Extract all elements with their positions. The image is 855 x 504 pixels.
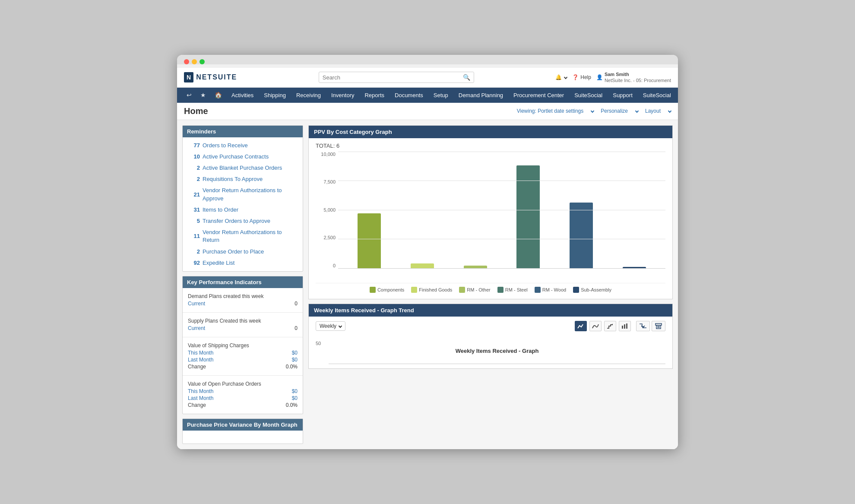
nav-home-icon[interactable]: 🏠	[210, 88, 226, 102]
step-chart-button[interactable]	[604, 321, 616, 331]
reminder-vra-approve[interactable]: Vendor Return Authorizations to Approve	[203, 187, 298, 202]
search-box[interactable]: 🔍	[319, 72, 474, 83]
browser-dots	[184, 59, 671, 64]
nav-documents[interactable]: Documents	[390, 88, 428, 103]
maximize-dot[interactable]	[200, 59, 205, 64]
kpi-shipping-lastmonth-label[interactable]: Last Month	[188, 357, 213, 363]
kpi-shipping-thismonth-label[interactable]: This Month	[188, 350, 213, 356]
kpi-po-thismonth-label[interactable]: This Month	[188, 388, 213, 394]
period-select[interactable]: Weekly	[316, 321, 345, 331]
svg-rect-1	[624, 324, 625, 329]
reminder-count: 2	[188, 248, 200, 256]
viewing-settings[interactable]: Viewing: Portlet date settings	[517, 108, 584, 114]
reminder-count: 31	[188, 206, 200, 214]
search-input[interactable]	[323, 74, 463, 81]
bar-chart-container: 0 2,500 5,000 7,500 10,000	[316, 152, 665, 281]
legend-rm-other: RM - Other	[459, 287, 490, 293]
kpi-po-thismonth-value: $0	[292, 388, 298, 394]
nav-shipping[interactable]: Shipping	[259, 88, 291, 103]
reminder-count: 5	[188, 217, 200, 225]
trend-chart-area: Weekly Items Received - Graph	[329, 338, 665, 364]
kpi-row: This Month $0	[188, 349, 298, 356]
y-label-7500: 7,500	[316, 179, 338, 184]
trend-controls: Weekly	[316, 321, 665, 331]
kpi-row: Last Month $0	[188, 356, 298, 363]
reminder-active-purchase-contracts[interactable]: Active Purchase Contracts	[203, 153, 269, 161]
reminder-count: 2	[188, 175, 200, 183]
kpi-divider	[183, 337, 303, 337]
ppv-month-body	[183, 431, 303, 444]
notifications-bell[interactable]: 🔔	[555, 74, 567, 80]
period-label: Weekly	[320, 323, 336, 329]
nav-suitesocial[interactable]: SuiteSocial	[569, 88, 608, 103]
list-item: 77 Orders to Receive	[183, 140, 303, 151]
kpi-row: Change 0.0%	[188, 363, 298, 370]
kpi-po-lastmonth-label[interactable]: Last Month	[188, 395, 213, 401]
kpi-portlet: Key Performance Indicators Demand Plans …	[182, 276, 303, 414]
trend-y-value: 50	[316, 341, 321, 346]
curve-chart-icon	[592, 323, 599, 329]
kpi-po-title: Value of Open Purchase Orders	[188, 381, 298, 387]
grid-line-7500	[338, 181, 665, 181]
kpi-supply-current-label[interactable]: Current	[188, 325, 205, 331]
bar-components	[358, 213, 381, 268]
chart-grid	[338, 152, 665, 268]
curve-chart-button[interactable]	[589, 321, 602, 331]
nav-procurement-center[interactable]: Procurement Center	[508, 88, 569, 103]
kpi-shipping-thismonth-value: $0	[292, 350, 298, 356]
reminder-vra-return[interactable]: Vendor Return Authorizations to Return	[203, 228, 298, 244]
nav-receiving[interactable]: Receiving	[291, 88, 326, 103]
reminder-expedite-list[interactable]: Expedite List	[203, 259, 234, 267]
weekly-trend-body: Weekly	[309, 317, 672, 368]
layout-button[interactable]: Layout	[645, 108, 661, 114]
trend-download-button[interactable]	[636, 321, 650, 331]
legend-color-rm-steel	[497, 287, 504, 293]
logo-box: N	[184, 72, 193, 82]
bar-chart-button[interactable]	[619, 321, 631, 331]
user-menu[interactable]: 👤 Sam Smith NetSuite Inc. - 05: Procurem…	[596, 71, 671, 84]
minimize-dot[interactable]	[192, 59, 197, 64]
legend-rm-steel: RM - Steel	[497, 287, 528, 293]
nav-inventory[interactable]: Inventory	[326, 88, 359, 103]
kpi-po-change-value: 0.0%	[286, 402, 298, 408]
grid-line-5000	[338, 210, 665, 210]
svg-rect-6	[657, 327, 660, 328]
nav-demand-planning[interactable]: Demand Planning	[453, 88, 508, 103]
app-header: N NETSUITE 🔍 🔔 ❓ Help 👤	[177, 68, 678, 88]
list-item: 21 Vendor Return Authorizations to Appro…	[183, 185, 303, 204]
kpi-demand-current-label[interactable]: Current	[188, 301, 205, 307]
kpi-row: Current 0	[188, 325, 298, 332]
help-button[interactable]: ❓ Help	[572, 74, 591, 80]
ppv-chart-body: TOTAL: 6 0 2,500 5,000 7,500 10,000	[309, 138, 672, 299]
reminder-orders-to-receive[interactable]: Orders to Receive	[203, 142, 248, 149]
browser-chrome	[177, 55, 678, 64]
close-dot[interactable]	[184, 59, 189, 64]
trend-chart-title: Weekly Items Received - Graph	[456, 348, 539, 354]
help-label: Help	[580, 74, 591, 80]
kpi-demand-plans: Demand Plans created this week Current 0	[183, 291, 303, 310]
nav-support[interactable]: Support	[608, 88, 638, 103]
grid-line-10000	[338, 152, 665, 152]
main-nav: ↩ ★ 🏠 Activities Shipping Receiving Inve…	[177, 88, 678, 103]
ppv-chart-portlet: PPV By Cost Category Graph TOTAL: 6 0 2,…	[308, 125, 673, 299]
nav-reports[interactable]: Reports	[359, 88, 390, 103]
reminder-items-to-order[interactable]: Items to Order	[203, 206, 238, 214]
reminder-count: 2	[188, 164, 200, 172]
nav-setup[interactable]: Setup	[428, 88, 453, 103]
reminder-blanket-po[interactable]: Active Blanket Purchase Orders	[203, 164, 282, 172]
reminder-po-to-place[interactable]: Purchase Order to Place	[203, 248, 264, 256]
nav-suitesocial2[interactable]: SuiteSocial	[638, 88, 676, 103]
svg-rect-4	[656, 325, 661, 329]
nav-activities[interactable]: Activities	[226, 88, 259, 103]
nav-star-icon[interactable]: ★	[196, 88, 210, 102]
nav-back-icon[interactable]: ↩	[182, 88, 196, 102]
bar-finished-goods	[411, 263, 434, 268]
reminder-transfer-orders[interactable]: Transfer Orders to Approve	[203, 217, 270, 225]
trend-print-button[interactable]	[652, 321, 665, 331]
legend-label-sub-assembly: Sub-Assembly	[581, 287, 611, 292]
kpi-demand-title: Demand Plans created this week	[188, 293, 298, 299]
personalize-button[interactable]: Personalize	[601, 108, 628, 114]
reminder-requisitions[interactable]: Requisitions To Approve	[203, 175, 263, 183]
line-chart-button[interactable]	[575, 321, 587, 331]
list-item: 92 Expedite List	[183, 257, 303, 269]
